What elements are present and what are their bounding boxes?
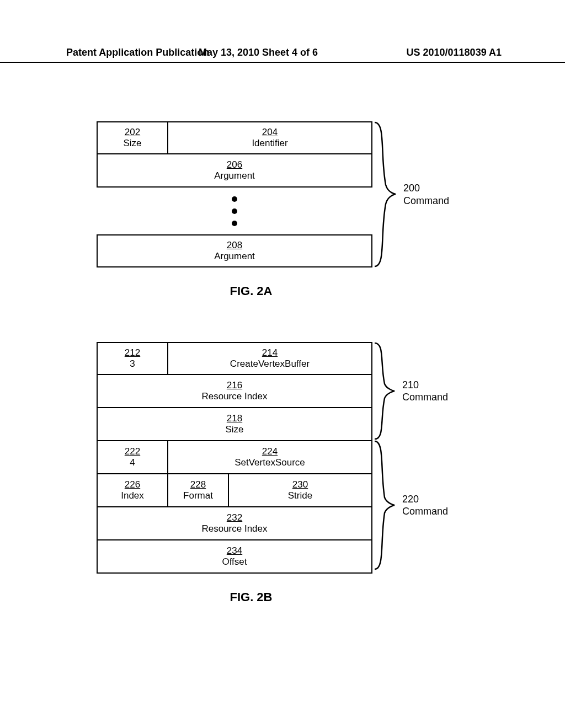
- page: Patent Application Publication May 13, 2…: [0, 0, 565, 728]
- figure-2b-diagram: 212 3 214 CreateVertexBuffer 216 Resourc…: [97, 342, 372, 574]
- cell-232: 232 Resource Index: [97, 507, 372, 540]
- cell-230: 230 Stride: [229, 474, 372, 507]
- brace-200-label: 200 Command: [403, 182, 449, 207]
- dot-icon: [232, 208, 237, 214]
- brace-210-label: 210 Command: [402, 379, 448, 404]
- brace-icon: [374, 121, 397, 267]
- cell-226: 226 Index: [97, 474, 168, 507]
- figure-2b-caption: FIG. 2B: [97, 590, 406, 604]
- figure-2b: 212 3 214 CreateVertexBuffer 216 Resourc…: [97, 342, 406, 604]
- brace-220: 220 Command: [374, 440, 448, 570]
- cell-214: 214 CreateVertexBuffer: [168, 342, 372, 375]
- brace-icon: [374, 440, 396, 570]
- brace-icon: [374, 342, 396, 440]
- dot-icon: [232, 196, 237, 202]
- dot-icon: [232, 221, 237, 226]
- figure-2a: 202 Size 204 Identifier 206 Argument: [97, 121, 406, 298]
- header-publication: Patent Application Publication: [0, 47, 209, 58]
- header-pub-number: US 2010/0118039 A1: [407, 47, 502, 58]
- cell-212: 212 3: [97, 342, 168, 375]
- cell-202-size: 202 Size: [97, 121, 168, 154]
- figure-2a-caption: FIG. 2A: [97, 284, 406, 298]
- cell-204-identifier: 204 Identifier: [168, 121, 372, 154]
- figure-2a-diagram: 202 Size 204 Identifier 206 Argument: [97, 121, 372, 267]
- header-date-sheet: May 13, 2010 Sheet 4 of 6: [199, 47, 318, 58]
- cell-228: 228 Format: [168, 474, 229, 507]
- brace-220-label: 220 Command: [402, 493, 448, 518]
- brace-200: 200 Command: [374, 121, 449, 267]
- cell-208-argument: 208 Argument: [97, 234, 372, 267]
- brace-210: 210 Command: [374, 342, 448, 440]
- cell-216: 216 Resource Index: [97, 375, 372, 408]
- cell-234: 234 Offset: [97, 540, 372, 574]
- cell-224: 224 SetVertexSource: [168, 441, 372, 474]
- cell-222: 222 4: [97, 441, 168, 474]
- page-header: Patent Application Publication May 13, 2…: [0, 47, 565, 63]
- cell-206-argument: 206 Argument: [97, 154, 372, 188]
- cell-218: 218 Size: [97, 408, 372, 441]
- ellipsis-dots: [97, 188, 372, 234]
